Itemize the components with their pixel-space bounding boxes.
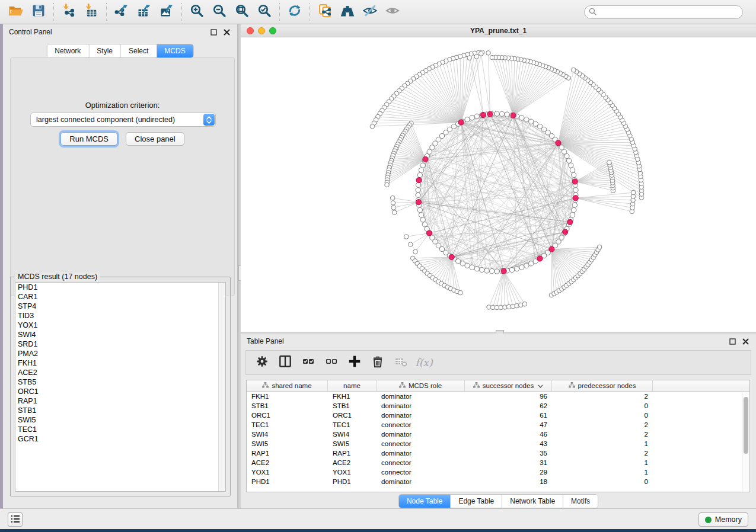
mcds-node-item[interactable]: RAP1 [15, 396, 225, 406]
toolbar-separator [310, 3, 310, 21]
memory-label: Memory [715, 515, 742, 524]
export-network-button[interactable] [110, 2, 133, 22]
network-graph[interactable] [241, 37, 756, 332]
export-image-button[interactable] [155, 2, 178, 22]
table-row[interactable]: TEC1TEC1connector472 [247, 420, 749, 430]
mcds-node-item[interactable]: SRD1 [15, 339, 225, 349]
search-icon [589, 7, 596, 18]
mcds-result-list[interactable]: PHD1CAR1STP4TID3YOX1SWI4SRD1PMA2FKH1ACE2… [15, 282, 226, 492]
task-history-button[interactable] [8, 512, 23, 527]
float-window-icon[interactable] [728, 337, 737, 346]
split-columns-button[interactable] [276, 354, 294, 371]
mcds-node-item[interactable]: SWI4 [15, 330, 225, 339]
hide-graphics-button[interactable] [359, 2, 381, 22]
mcds-node-item[interactable]: STB1 [15, 406, 225, 415]
export-network-icon [114, 3, 129, 21]
toolbar-separator [279, 3, 280, 21]
tab-network[interactable]: Network [47, 44, 89, 57]
column-header-successor-nodes[interactable]: successor nodes [465, 380, 552, 391]
tab-select[interactable]: Select [121, 44, 157, 57]
network-window-titlebar[interactable]: YPA_prune.txt_1 [241, 24, 756, 37]
cell-successor-nodes: 61 [465, 412, 552, 419]
zoom-fit-button[interactable] [231, 2, 253, 22]
zoom-out-icon [212, 3, 227, 21]
mcds-node-item[interactable]: ACE2 [15, 368, 225, 377]
table-row[interactable]: FKH1FKH1dominator962 [247, 392, 749, 401]
select-all-button[interactable] [299, 354, 317, 371]
add-button[interactable] [346, 354, 363, 371]
control-panel: Control Panel NetworkStyleSelectMCDS Opt… [3, 24, 238, 508]
import-table-button[interactable] [80, 2, 103, 22]
close-panel-icon[interactable] [741, 337, 750, 346]
show-graphics-button[interactable] [381, 2, 404, 22]
mcds-node-item[interactable]: SWI5 [15, 415, 225, 425]
cell-name: ORC1 [328, 412, 377, 419]
zoom-out-button[interactable] [208, 2, 231, 22]
mcds-node-item[interactable]: FKH1 [15, 358, 225, 368]
table-row[interactable]: RAP1RAP1dominator352 [247, 448, 749, 458]
settings-button[interactable] [253, 354, 271, 371]
binoculars-button[interactable] [336, 2, 359, 22]
toolbar-separator [106, 3, 107, 21]
mcds-tab-content: Optimization criterion: largest connecte… [10, 57, 235, 296]
tab-style[interactable]: Style [89, 44, 121, 57]
table-scrollbar[interactable] [742, 392, 749, 491]
table-row[interactable]: STB1STB1dominator620 [247, 401, 749, 411]
mcds-node-item[interactable]: STB5 [15, 377, 225, 387]
mcds-node-item[interactable]: ORC1 [15, 387, 225, 396]
mcds-node-item[interactable]: PHD1 [15, 283, 225, 292]
deselect-all-button[interactable] [323, 354, 340, 371]
criterion-dropdown[interactable]: largest connected component (undirected) [30, 113, 216, 127]
list-scrollbar[interactable] [218, 283, 225, 491]
float-window-icon[interactable] [209, 28, 218, 37]
network-canvas[interactable] [241, 37, 756, 332]
search-input[interactable] [599, 8, 742, 17]
export-table-button[interactable] [133, 2, 155, 22]
column-header-shared-name[interactable]: shared name [247, 380, 328, 391]
import-network-button[interactable] [58, 2, 80, 22]
tab-node-table[interactable]: Node Table [399, 495, 451, 508]
mcds-node-item[interactable]: TID3 [15, 311, 225, 321]
table-row[interactable]: ORC1ORC1dominator610 [247, 411, 749, 420]
save-session-button[interactable] [27, 2, 50, 22]
run-mcds-button[interactable]: Run MCDS [60, 132, 117, 146]
column-label: predecessor nodes [578, 382, 636, 389]
zoom-selected-button[interactable] [253, 2, 276, 22]
close-panel-icon[interactable] [222, 28, 231, 37]
tab-motifs[interactable]: Motifs [563, 495, 598, 508]
table-tabbar: Node TableEdge TableNetwork TableMotifs [398, 494, 598, 508]
cell-predecessor-nodes: 0 [552, 402, 653, 409]
search-box[interactable] [584, 5, 743, 19]
column-header-name[interactable]: name [328, 380, 377, 391]
mcds-node-item[interactable]: CAR1 [15, 292, 225, 302]
mcds-node-item[interactable]: PMA2 [15, 349, 225, 358]
table-row[interactable]: SWI5SWI5connector431 [247, 439, 749, 448]
table-row[interactable]: PHD1PHD1dominator180 [247, 477, 749, 486]
tab-network-table[interactable]: Network Table [502, 495, 563, 508]
cell-MCDS-role: dominator [377, 450, 465, 457]
mcds-node-item[interactable]: GCR1 [15, 434, 225, 444]
network-from-selection-button[interactable] [314, 2, 336, 22]
column-header-predecessor-nodes[interactable]: predecessor nodes [552, 380, 653, 391]
open-file-button[interactable] [5, 2, 27, 22]
tab-edge-table[interactable]: Edge Table [451, 495, 502, 508]
table-row[interactable]: YOX1YOX1connector291 [247, 467, 749, 477]
memory-button[interactable]: Memory [698, 512, 748, 527]
cell-shared-name: STB1 [247, 402, 328, 409]
delete-button[interactable] [369, 354, 387, 371]
close-panel-button[interactable]: Close panel [126, 132, 184, 146]
mcds-node-item[interactable]: YOX1 [15, 321, 225, 330]
apply-layout-button[interactable] [283, 2, 306, 22]
mcds-node-item[interactable]: STP4 [15, 302, 225, 311]
table-row[interactable]: ACE2ACE2connector311 [247, 458, 749, 467]
column-header-MCDS-role[interactable]: MCDS role [377, 380, 465, 391]
cell-successor-nodes: 47 [465, 421, 552, 428]
table-row[interactable]: SWI4SWI4dominator462 [247, 430, 749, 439]
mcds-node-item[interactable]: TEC1 [15, 425, 225, 434]
select-all-icon [302, 355, 315, 370]
zoom-in-button[interactable] [186, 2, 208, 22]
tab-mcds[interactable]: MCDS [157, 44, 193, 57]
optimization-criterion-label: Optimization criterion: [11, 101, 234, 110]
scrollbar-thumb[interactable] [744, 397, 748, 454]
import-table-icon [84, 3, 99, 21]
